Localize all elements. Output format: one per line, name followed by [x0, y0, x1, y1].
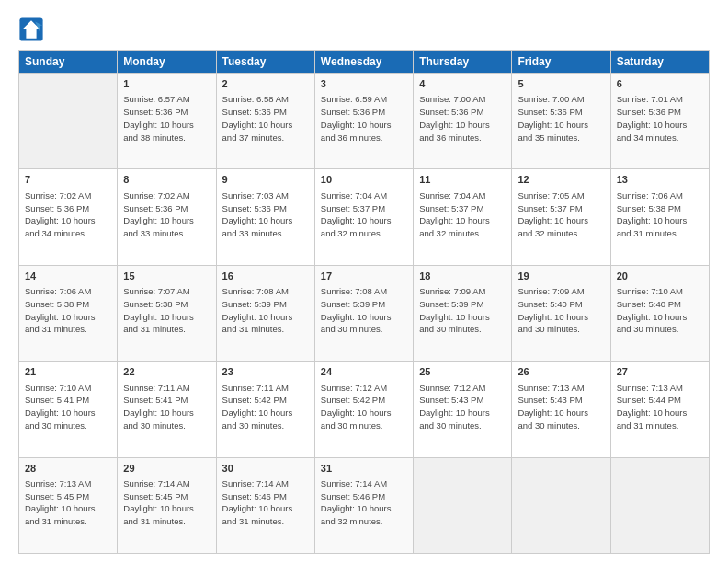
calendar-cell	[512, 457, 610, 553]
header-cell-monday: Monday	[118, 51, 216, 74]
date-number: 7	[25, 173, 111, 187]
cell-info: Sunrise: 7:13 AM Sunset: 5:45 PM Dayligh…	[25, 477, 111, 528]
calendar-page: SundayMondayTuesdayWednesdayThursdayFrid…	[0, 0, 728, 563]
calendar-cell	[610, 457, 709, 553]
header-row: SundayMondayTuesdayWednesdayThursdayFrid…	[19, 51, 710, 74]
date-number: 22	[123, 365, 210, 379]
header-cell-friday: Friday	[512, 51, 610, 74]
cell-info: Sunrise: 7:12 AM Sunset: 5:42 PM Dayligh…	[321, 382, 407, 432]
date-number: 23	[222, 365, 309, 379]
calendar-cell	[414, 457, 512, 553]
cell-info: Sunrise: 7:00 AM Sunset: 5:36 PM Dayligh…	[419, 93, 506, 144]
cell-info: Sunrise: 7:12 AM Sunset: 5:43 PM Dayligh…	[419, 382, 506, 432]
calendar-cell: 19Sunrise: 7:09 AM Sunset: 5:40 PM Dayli…	[512, 265, 610, 361]
calendar-cell: 2Sunrise: 6:58 AM Sunset: 5:36 PM Daylig…	[216, 74, 314, 169]
cell-info: Sunrise: 7:11 AM Sunset: 5:41 PM Dayligh…	[123, 382, 210, 432]
calendar-cell: 29Sunrise: 7:14 AM Sunset: 5:45 PM Dayli…	[118, 457, 216, 553]
cell-info: Sunrise: 7:02 AM Sunset: 5:36 PM Dayligh…	[123, 190, 210, 240]
logo	[18, 17, 48, 42]
week-row-0: 1Sunrise: 6:57 AM Sunset: 5:36 PM Daylig…	[19, 74, 710, 169]
cell-info: Sunrise: 7:04 AM Sunset: 5:37 PM Dayligh…	[321, 190, 407, 240]
date-number: 29	[123, 462, 210, 476]
date-number: 20	[617, 270, 703, 283]
calendar-cell: 20Sunrise: 7:10 AM Sunset: 5:40 PM Dayli…	[610, 265, 709, 361]
calendar-cell: 23Sunrise: 7:11 AM Sunset: 5:42 PM Dayli…	[216, 362, 314, 457]
cell-info: Sunrise: 7:09 AM Sunset: 5:40 PM Dayligh…	[518, 285, 604, 336]
calendar-cell: 9Sunrise: 7:03 AM Sunset: 5:36 PM Daylig…	[216, 169, 314, 265]
cell-info: Sunrise: 7:10 AM Sunset: 5:40 PM Dayligh…	[617, 285, 703, 336]
date-number: 8	[123, 173, 210, 187]
calendar-cell: 8Sunrise: 7:02 AM Sunset: 5:36 PM Daylig…	[118, 169, 216, 265]
calendar-cell: 27Sunrise: 7:13 AM Sunset: 5:44 PM Dayli…	[610, 362, 709, 457]
date-number: 11	[419, 173, 506, 187]
cell-info: Sunrise: 7:13 AM Sunset: 5:44 PM Dayligh…	[617, 382, 703, 432]
cell-info: Sunrise: 7:02 AM Sunset: 5:36 PM Dayligh…	[25, 190, 111, 240]
calendar-cell: 4Sunrise: 7:00 AM Sunset: 5:36 PM Daylig…	[414, 74, 512, 169]
calendar-cell: 17Sunrise: 7:08 AM Sunset: 5:39 PM Dayli…	[314, 265, 413, 361]
cell-info: Sunrise: 7:14 AM Sunset: 5:46 PM Dayligh…	[321, 477, 407, 528]
date-number: 6	[617, 77, 703, 91]
header-cell-saturday: Saturday	[610, 51, 709, 74]
calendar-cell: 21Sunrise: 7:10 AM Sunset: 5:41 PM Dayli…	[19, 362, 118, 457]
date-number: 14	[25, 270, 111, 283]
calendar-cell: 3Sunrise: 6:59 AM Sunset: 5:36 PM Daylig…	[314, 74, 413, 169]
cell-info: Sunrise: 7:03 AM Sunset: 5:36 PM Dayligh…	[222, 190, 309, 240]
date-number: 12	[518, 173, 604, 187]
logo-icon	[18, 17, 44, 42]
calendar-cell: 6Sunrise: 7:01 AM Sunset: 5:36 PM Daylig…	[610, 74, 709, 169]
week-row-1: 7Sunrise: 7:02 AM Sunset: 5:36 PM Daylig…	[19, 169, 710, 265]
cell-info: Sunrise: 7:04 AM Sunset: 5:37 PM Dayligh…	[419, 190, 506, 240]
calendar-cell: 10Sunrise: 7:04 AM Sunset: 5:37 PM Dayli…	[314, 169, 413, 265]
date-number: 10	[321, 173, 407, 187]
date-number: 30	[222, 462, 309, 476]
calendar-cell: 7Sunrise: 7:02 AM Sunset: 5:36 PM Daylig…	[19, 169, 118, 265]
calendar-cell: 5Sunrise: 7:00 AM Sunset: 5:36 PM Daylig…	[512, 74, 610, 169]
calendar-cell: 25Sunrise: 7:12 AM Sunset: 5:43 PM Dayli…	[414, 362, 512, 457]
date-number: 3	[321, 77, 407, 91]
calendar-cell: 22Sunrise: 7:11 AM Sunset: 5:41 PM Dayli…	[118, 362, 216, 457]
header-cell-thursday: Thursday	[414, 51, 512, 74]
calendar-cell: 12Sunrise: 7:05 AM Sunset: 5:37 PM Dayli…	[512, 169, 610, 265]
calendar-cell: 1Sunrise: 6:57 AM Sunset: 5:36 PM Daylig…	[118, 74, 216, 169]
date-number: 19	[518, 270, 604, 283]
date-number: 16	[222, 270, 309, 283]
cell-info: Sunrise: 7:09 AM Sunset: 5:39 PM Dayligh…	[419, 285, 506, 336]
cell-info: Sunrise: 7:14 AM Sunset: 5:46 PM Dayligh…	[222, 477, 309, 528]
calendar-cell: 24Sunrise: 7:12 AM Sunset: 5:42 PM Dayli…	[314, 362, 413, 457]
date-number: 28	[25, 462, 111, 476]
date-number: 2	[222, 77, 309, 91]
cell-info: Sunrise: 7:08 AM Sunset: 5:39 PM Dayligh…	[321, 285, 407, 336]
cell-info: Sunrise: 7:10 AM Sunset: 5:41 PM Dayligh…	[25, 382, 111, 432]
date-number: 5	[518, 77, 604, 91]
calendar-cell: 28Sunrise: 7:13 AM Sunset: 5:45 PM Dayli…	[19, 457, 118, 553]
header-cell-wednesday: Wednesday	[314, 51, 413, 74]
date-number: 1	[123, 77, 210, 91]
cell-info: Sunrise: 7:06 AM Sunset: 5:38 PM Dayligh…	[25, 285, 111, 336]
calendar-cell	[19, 74, 118, 169]
calendar-cell: 11Sunrise: 7:04 AM Sunset: 5:37 PM Dayli…	[414, 169, 512, 265]
date-number: 17	[321, 270, 407, 283]
cell-info: Sunrise: 7:13 AM Sunset: 5:43 PM Dayligh…	[518, 382, 604, 432]
date-number: 15	[123, 270, 210, 283]
header-cell-tuesday: Tuesday	[216, 51, 314, 74]
date-number: 31	[321, 462, 407, 476]
date-number: 13	[617, 173, 703, 187]
header-cell-sunday: Sunday	[19, 51, 118, 74]
calendar-cell: 16Sunrise: 7:08 AM Sunset: 5:39 PM Dayli…	[216, 265, 314, 361]
cell-info: Sunrise: 7:11 AM Sunset: 5:42 PM Dayligh…	[222, 382, 309, 432]
week-row-3: 21Sunrise: 7:10 AM Sunset: 5:41 PM Dayli…	[19, 362, 710, 457]
calendar-cell: 31Sunrise: 7:14 AM Sunset: 5:46 PM Dayli…	[314, 457, 413, 553]
calendar-table: SundayMondayTuesdayWednesdayThursdayFrid…	[18, 50, 710, 554]
cell-info: Sunrise: 7:06 AM Sunset: 5:38 PM Dayligh…	[617, 190, 703, 240]
cell-info: Sunrise: 7:01 AM Sunset: 5:36 PM Dayligh…	[617, 93, 703, 144]
cell-info: Sunrise: 7:08 AM Sunset: 5:39 PM Dayligh…	[222, 285, 309, 336]
week-row-2: 14Sunrise: 7:06 AM Sunset: 5:38 PM Dayli…	[19, 265, 710, 361]
cell-info: Sunrise: 7:14 AM Sunset: 5:45 PM Dayligh…	[123, 477, 210, 528]
cell-info: Sunrise: 6:59 AM Sunset: 5:36 PM Dayligh…	[321, 93, 407, 144]
cell-info: Sunrise: 6:58 AM Sunset: 5:36 PM Dayligh…	[222, 93, 309, 144]
week-row-4: 28Sunrise: 7:13 AM Sunset: 5:45 PM Dayli…	[19, 457, 710, 553]
cell-info: Sunrise: 6:57 AM Sunset: 5:36 PM Dayligh…	[123, 93, 210, 144]
date-number: 4	[419, 77, 506, 91]
calendar-cell: 13Sunrise: 7:06 AM Sunset: 5:38 PM Dayli…	[610, 169, 709, 265]
calendar-cell: 14Sunrise: 7:06 AM Sunset: 5:38 PM Dayli…	[19, 265, 118, 361]
